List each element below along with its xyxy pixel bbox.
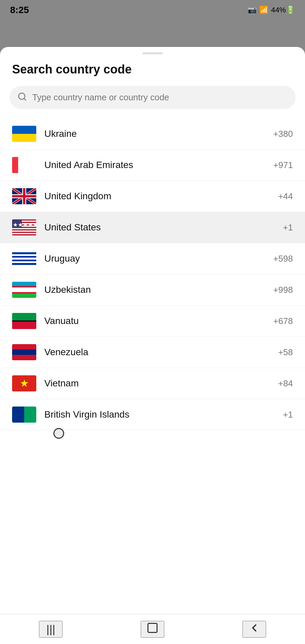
list-item[interactable]: United Kingdom +44	[0, 181, 305, 212]
recent-apps-icon: |||	[46, 623, 55, 636]
search-input[interactable]	[32, 92, 288, 103]
search-bar[interactable]	[9, 86, 296, 109]
nav-bar: |||	[0, 614, 305, 644]
flag-uzbekistan	[12, 282, 36, 298]
list-item[interactable]: United Arab Emirates +971	[0, 150, 305, 181]
flag-uk	[12, 188, 36, 204]
back-button[interactable]	[243, 621, 266, 638]
country-name: United Arab Emirates	[44, 160, 273, 170]
list-item[interactable]: Ukraine +380	[0, 118, 305, 150]
flag-us: ★★★★★★	[12, 219, 36, 235]
country-dial-code: +84	[278, 378, 293, 389]
home-icon	[146, 622, 159, 637]
recent-apps-button[interactable]: |||	[39, 621, 62, 638]
flag-uruguay	[12, 251, 36, 267]
country-name: Venezuela	[44, 347, 278, 358]
country-dial-code: +598	[273, 254, 293, 264]
home-button[interactable]	[141, 621, 164, 638]
svg-rect-19	[148, 623, 157, 632]
sheet-title: Search country code	[0, 62, 305, 86]
svg-rect-16	[12, 234, 36, 235]
list-item[interactable]: British Virgin Islands +1	[0, 399, 305, 430]
country-dial-code: +58	[278, 347, 293, 358]
bottom-sheet: Search country code Ukraine +380	[0, 47, 305, 637]
svg-rect-11	[12, 228, 36, 229]
country-name: British Virgin Islands	[44, 409, 283, 420]
flag-bvi	[12, 407, 36, 423]
list-item[interactable]: Uzbekistan +998	[0, 274, 305, 306]
status-icons: 📷 📶 44%🔋	[248, 6, 295, 14]
country-dial-code: +380	[273, 129, 293, 139]
country-dial-code: +1	[283, 222, 293, 233]
camera-icon: 📷	[248, 6, 257, 14]
list-item[interactable]: Venezuela +58	[0, 337, 305, 368]
flag-ukraine	[12, 126, 36, 142]
status-bar: 8:25 📷 📶 44%🔋	[0, 0, 305, 20]
signal-icon: 📶	[259, 6, 268, 14]
search-bar-wrapper	[0, 86, 305, 118]
country-dial-code: +678	[273, 316, 293, 326]
status-time: 8:25	[10, 5, 29, 15]
svg-line-1	[24, 98, 26, 100]
search-icon	[17, 92, 27, 103]
list-item[interactable]: Uruguay +598	[0, 243, 305, 274]
svg-rect-15	[12, 233, 36, 234]
country-name: United States	[44, 222, 283, 233]
flag-venezuela	[12, 344, 36, 360]
svg-text:★★★★★★: ★★★★★★	[13, 222, 36, 228]
list-item[interactable]: ★★★★★★ United States +1	[0, 212, 305, 243]
country-name: United Kingdom	[44, 191, 278, 202]
flag-vietnam: ★	[12, 375, 36, 391]
country-list: Ukraine +380 United Arab Emirates +971	[0, 118, 305, 430]
modal-backdrop	[0, 20, 305, 47]
country-name: Ukraine	[44, 128, 273, 139]
back-icon	[248, 622, 260, 637]
country-dial-code: +998	[273, 285, 293, 295]
sheet-handle[interactable]	[142, 52, 163, 54]
list-item[interactable]: Vanuatu +678	[0, 306, 305, 337]
country-name: Vanuatu	[44, 316, 273, 326]
flag-uae	[12, 157, 36, 173]
svg-rect-12	[12, 229, 36, 231]
battery-indicator: 44%🔋	[271, 6, 295, 14]
vietnam-star: ★	[20, 378, 29, 388]
flag-vanuatu	[12, 313, 36, 329]
country-dial-code: +971	[273, 160, 293, 170]
country-dial-code: +44	[278, 191, 293, 202]
svg-rect-13	[12, 230, 36, 232]
svg-rect-14	[12, 232, 36, 233]
country-name: Uzbekistan	[44, 284, 273, 295]
list-item[interactable]: ★ Vietnam +84	[0, 368, 305, 399]
country-dial-code: +1	[283, 410, 293, 420]
country-name: Uruguay	[44, 253, 273, 264]
country-name: Vietnam	[44, 378, 278, 389]
